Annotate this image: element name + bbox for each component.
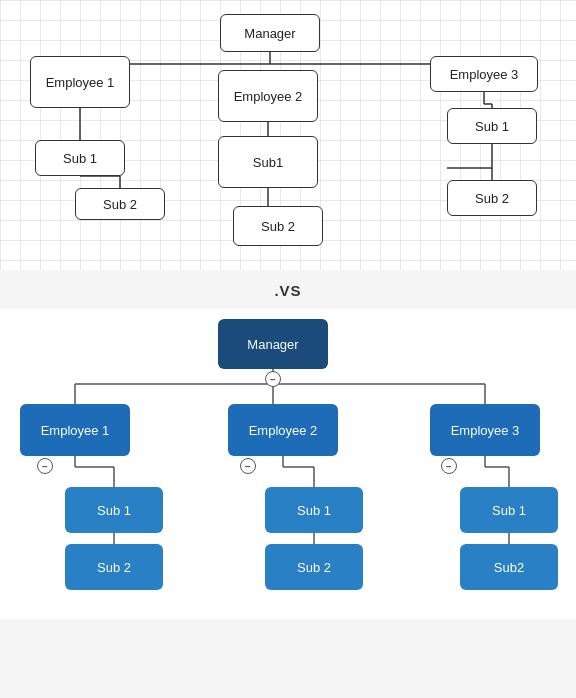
top-sub2-e1-box: Sub 2	[75, 188, 165, 220]
bottom-employee2-label: Employee 2	[249, 423, 318, 438]
vs-label: .VS	[274, 282, 301, 299]
emp2-collapse-icon[interactable]: −	[240, 458, 256, 474]
bottom-sub2-e3-label: Sub2	[494, 560, 524, 575]
top-employee3-box: Employee 3	[430, 56, 538, 92]
bottom-sub2-e2-label: Sub 2	[297, 560, 331, 575]
bottom-sub1-e1-label: Sub 1	[97, 503, 131, 518]
top-sub1-e1-box: Sub 1	[35, 140, 125, 176]
top-employee1-box: Employee 1	[30, 56, 130, 108]
top-sub1-e3-box: Sub 1	[447, 108, 537, 144]
bottom-sub1-e2-label: Sub 1	[297, 503, 331, 518]
emp1-collapse-icon[interactable]: −	[37, 458, 53, 474]
top-employee2-box: Employee 2	[218, 70, 318, 122]
top-sub2-e3-box: Sub 2	[447, 180, 537, 216]
bottom-manager-label: Manager	[247, 337, 298, 352]
bottom-employee3-label: Employee 3	[451, 423, 520, 438]
top-sub1-e3-label: Sub 1	[475, 119, 509, 134]
bottom-manager-box: Manager	[218, 319, 328, 369]
bottom-sub1-e1-box: Sub 1	[65, 487, 163, 533]
top-sub1-e2-label: Sub1	[253, 155, 283, 170]
top-sub2-e2-box: Sub 2	[233, 206, 323, 246]
top-sub1-e2-box: Sub1	[218, 136, 318, 188]
bottom-sub1-e3-box: Sub 1	[460, 487, 558, 533]
top-manager-label: Manager	[244, 26, 295, 41]
vs-section: .VS	[0, 270, 576, 309]
top-diagram: Manager Employee 1 Sub 1 Sub 2 Employee …	[0, 0, 576, 270]
top-sub2-e2-label: Sub 2	[261, 219, 295, 234]
top-employee2-label: Employee 2	[234, 89, 303, 104]
manager-collapse-icon[interactable]: −	[265, 371, 281, 387]
bottom-sub2-e1-label: Sub 2	[97, 560, 131, 575]
bottom-sub1-e3-label: Sub 1	[492, 503, 526, 518]
top-sub2-e3-label: Sub 2	[475, 191, 509, 206]
bottom-employee1-box: Employee 1	[20, 404, 130, 456]
bottom-sub2-e1-box: Sub 2	[65, 544, 163, 590]
bottom-employee1-label: Employee 1	[41, 423, 110, 438]
bottom-employee2-box: Employee 2	[228, 404, 338, 456]
emp3-collapse-icon[interactable]: −	[441, 458, 457, 474]
bottom-sub2-e3-box: Sub2	[460, 544, 558, 590]
top-sub1-e1-label: Sub 1	[63, 151, 97, 166]
top-sub2-e1-label: Sub 2	[103, 197, 137, 212]
bottom-sub1-e2-box: Sub 1	[265, 487, 363, 533]
top-employee1-label: Employee 1	[46, 75, 115, 90]
bottom-diagram: Manager − Employee 1 − Employee 2 − Empl…	[0, 309, 576, 619]
bottom-sub2-e2-box: Sub 2	[265, 544, 363, 590]
bottom-employee3-box: Employee 3	[430, 404, 540, 456]
top-manager-box: Manager	[220, 14, 320, 52]
top-employee3-label: Employee 3	[450, 67, 519, 82]
